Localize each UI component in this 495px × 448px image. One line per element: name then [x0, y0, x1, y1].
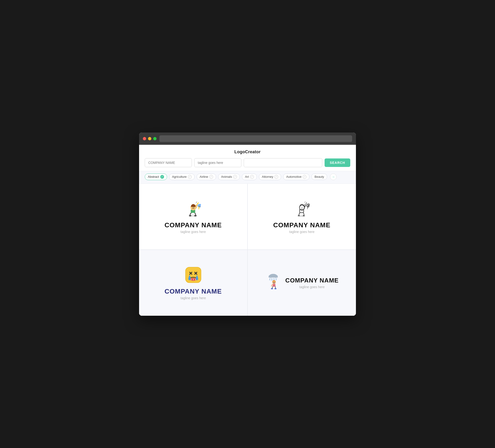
search-bar: SEARCH	[139, 158, 356, 171]
svg-point-26	[271, 288, 273, 289]
category-chip-beauty[interactable]: Beauty	[311, 174, 327, 180]
category-label: Attorney	[262, 175, 273, 179]
svg-line-20	[270, 278, 270, 280]
company-name-3: COMPANY NAME	[165, 288, 222, 295]
logo-image-4	[265, 273, 281, 289]
logo-image-3	[184, 266, 203, 284]
svg-point-27	[275, 288, 277, 289]
category-label: Animals	[221, 175, 232, 179]
svg-point-28	[273, 282, 274, 283]
browser-titlebar	[139, 133, 356, 145]
tagline-1: tagline goes here	[180, 230, 206, 234]
category-label: Agriculture	[172, 175, 187, 179]
category-chip-abstract[interactable]: Abstract ✓	[145, 174, 167, 180]
company-name-input[interactable]	[145, 158, 192, 167]
category-label: Automotive	[286, 175, 302, 179]
category-chip-attorney[interactable]: Attorney ✓	[259, 174, 281, 180]
svg-point-2	[194, 215, 197, 216]
categories-bar: Abstract ✓ Agriculture ✓ Airline ✓ Anima…	[139, 171, 356, 184]
category-chip-art[interactable]: Art ✓	[242, 174, 257, 180]
minimize-button[interactable]	[148, 137, 151, 140]
category-label: Airline	[200, 175, 208, 179]
check-icon: ✓	[274, 175, 278, 179]
svg-line-24	[276, 278, 277, 280]
category-label: Abstract	[148, 175, 159, 179]
tagline-3: tagline goes here	[180, 296, 206, 300]
logo-image-2	[292, 199, 311, 218]
svg-point-29	[274, 282, 275, 283]
svg-rect-19	[269, 276, 278, 278]
category-chip-airline[interactable]: Airline ✓	[197, 174, 216, 180]
check-icon: ✓	[160, 175, 164, 179]
logo-text-group-4: COMPANY NAME tagline goes here	[285, 277, 339, 289]
svg-point-1	[189, 215, 192, 216]
company-name-1: COMPANY NAME	[165, 221, 222, 229]
logo-card-2[interactable]: COMPANY NAME tagline goes here	[248, 184, 356, 250]
tagline-4: tagline goes here	[285, 285, 339, 289]
traffic-lights	[143, 137, 156, 140]
category-label: Art	[245, 175, 249, 179]
svg-point-4	[195, 204, 197, 207]
check-icon: ✓	[188, 175, 192, 179]
close-button[interactable]	[143, 137, 146, 140]
category-label: Beauty	[315, 175, 324, 179]
categories-next-arrow[interactable]: →	[330, 174, 337, 180]
company-name-4: COMPANY NAME	[285, 277, 339, 284]
company-name-2: COMPANY NAME	[273, 221, 330, 229]
category-chip-automotive[interactable]: Automotive ✓	[283, 174, 309, 180]
logo-image-1	[184, 199, 203, 218]
check-icon: ✓	[303, 175, 306, 179]
browser-window: LogoCreator SEARCH Abstract ✓ Agricultur…	[139, 133, 356, 316]
address-bar[interactable]	[159, 135, 352, 142]
svg-line-21	[271, 278, 272, 281]
logo-card-4[interactable]: COMPANY NAME tagline goes here	[248, 250, 356, 316]
check-icon: ✓	[250, 175, 254, 179]
check-icon: ✓	[233, 175, 237, 179]
app-title: LogoCreator	[139, 145, 356, 158]
app-content: LogoCreator SEARCH Abstract ✓ Agricultur…	[139, 145, 356, 316]
extra-search-input[interactable]	[244, 158, 322, 167]
logo-card-1[interactable]: COMPANY NAME tagline goes here	[139, 184, 248, 250]
logo-inline-4: COMPANY NAME tagline goes here	[265, 273, 339, 293]
maximize-button[interactable]	[153, 137, 156, 140]
search-button[interactable]: SEARCH	[325, 158, 350, 167]
category-chip-agriculture[interactable]: Agriculture ✓	[169, 174, 195, 180]
tagline-2: tagline goes here	[289, 230, 315, 234]
category-chip-animals[interactable]: Animals ✓	[218, 174, 240, 180]
check-icon: ✓	[209, 175, 213, 179]
tagline-input[interactable]	[194, 158, 241, 167]
logos-grid: COMPANY NAME tagline goes here	[139, 184, 356, 316]
logo-card-3[interactable]: COMPANY NAME tagline goes here	[139, 250, 248, 316]
